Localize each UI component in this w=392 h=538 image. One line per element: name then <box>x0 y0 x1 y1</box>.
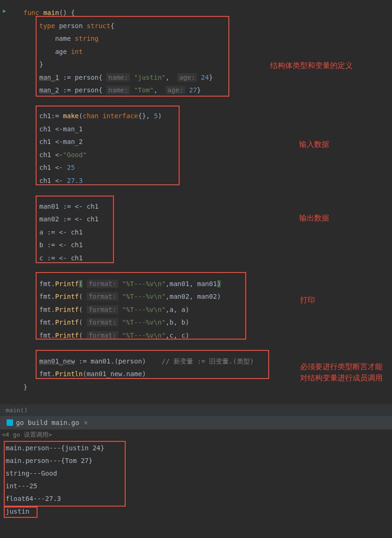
code-line: fmt.Printf( format: "%T---%v\n",b, b) <box>23 316 392 329</box>
tab-label: go build main.go <box>16 419 79 426</box>
code-line: fmt.Printf( format: "%T---%v\n",man01, m… <box>23 278 392 291</box>
run-tab[interactable]: go build main.go × <box>4 418 90 427</box>
annotation-text-5: 必须要进行类型断言才能对结构变量进行成员调用 <box>300 361 384 384</box>
code-editor[interactable]: ▶ func main() { type person struct{ name… <box>0 0 392 404</box>
code-line: man_1 := person{ name: "justin", age: 24… <box>23 71 392 84</box>
code-line: fmt.Printf( format: "%T---%v\n",man02, m… <box>23 290 392 303</box>
code-line: man_2 := person{ name: "Tom", age: 27} <box>23 84 392 97</box>
code-line: ch1 <- 27.3 <box>23 174 392 188</box>
annotation-text-4: 打印 <box>300 296 315 305</box>
code-line: fmt.Printf( format: "%T---%v\n",c, c) <box>23 329 392 342</box>
run-icon[interactable]: ▶ <box>3 8 6 14</box>
console-line: justin <box>6 505 386 518</box>
code-line: age int <box>23 45 392 59</box>
annotation-text-1: 结构体类型和变量的定义 <box>270 61 353 71</box>
code-line: c := <- ch1 <box>23 252 392 265</box>
go-icon <box>7 419 13 426</box>
code-line: a := <- ch1 <box>23 226 392 239</box>
breadcrumb[interactable]: main() <box>0 404 392 416</box>
console-output[interactable]: main.person---{justin 24} main.person---… <box>0 440 392 520</box>
annotation-text-2: 输入数据 <box>299 140 329 150</box>
code-line <box>23 265 392 278</box>
console-line: main.person---{Tom 27} <box>6 455 386 467</box>
debug-bar[interactable]: <4 go 设置调用> <box>0 429 392 440</box>
code-line: man02 := <- ch1 <box>23 213 392 226</box>
close-icon[interactable]: × <box>84 419 88 426</box>
code-line: ch1 <-man_2 <box>23 136 392 149</box>
code-line: name string <box>23 32 392 45</box>
run-tab-bar: go build main.go × <box>0 416 392 429</box>
console-line: int---25 <box>6 480 386 493</box>
console-line: float64---27.3 <box>6 493 386 505</box>
code-line: fmt.Printf( format: "%T---%v\n",a, a) <box>23 303 392 317</box>
code-line <box>23 97 392 110</box>
code-line: ch1 <- 25 <box>23 161 392 174</box>
code-line: ch1:= make(chan interface{}, 5) <box>23 110 392 123</box>
code-line: b := <- ch1 <box>23 239 392 252</box>
code-line: ch1 <-man_1 <box>23 123 392 136</box>
debug-label: <4 go 设置调用> <box>2 431 52 438</box>
gutter: ▶ <box>0 7 19 411</box>
console-line: main.person---{justin 24} <box>6 442 386 455</box>
code-line: man01 := <- ch1 <box>23 200 392 213</box>
code-line: ch1 <-"Good" <box>23 149 392 162</box>
code-line: type person struct{ <box>23 20 392 33</box>
code-line <box>23 187 392 200</box>
code-line: func main() { <box>23 7 392 20</box>
code-line <box>23 342 392 355</box>
annotation-text-3: 输出数据 <box>299 213 329 223</box>
console-line: string---Good <box>6 467 386 480</box>
